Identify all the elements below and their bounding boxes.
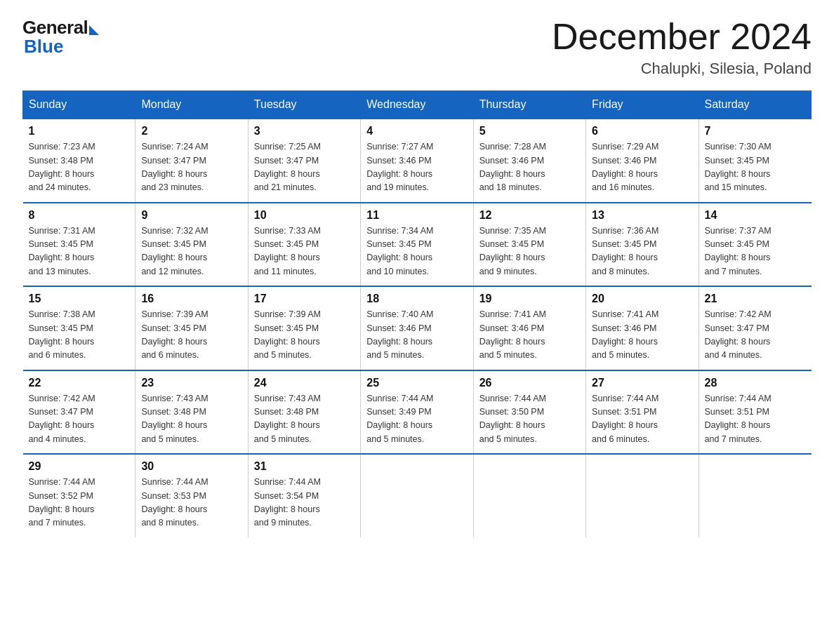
- calendar-week-row: 1Sunrise: 7:23 AMSunset: 3:48 PMDaylight…: [23, 119, 812, 203]
- calendar-day-cell: 29Sunrise: 7:44 AMSunset: 3:52 PMDayligh…: [23, 454, 135, 537]
- calendar-empty-cell: [699, 454, 811, 537]
- day-info: Sunrise: 7:30 AMSunset: 3:45 PMDaylight:…: [705, 140, 806, 195]
- calendar-day-cell: 25Sunrise: 7:44 AMSunset: 3:49 PMDayligh…: [361, 370, 473, 455]
- day-info: Sunrise: 7:25 AMSunset: 3:47 PMDaylight:…: [254, 140, 355, 195]
- day-number: 24: [254, 377, 355, 389]
- calendar-day-cell: 8Sunrise: 7:31 AMSunset: 3:45 PMDaylight…: [23, 203, 135, 287]
- day-info: Sunrise: 7:37 AMSunset: 3:45 PMDaylight:…: [705, 224, 806, 279]
- day-number: 29: [29, 460, 130, 473]
- calendar-empty-cell: [586, 454, 699, 537]
- calendar-week-row: 8Sunrise: 7:31 AMSunset: 3:45 PMDaylight…: [23, 203, 812, 287]
- calendar-empty-cell: [361, 454, 473, 537]
- day-number: 17: [254, 293, 355, 305]
- day-number: 2: [141, 125, 241, 137]
- day-info: Sunrise: 7:42 AMSunset: 3:47 PMDaylight:…: [29, 392, 130, 447]
- day-number: 9: [141, 209, 241, 222]
- day-info: Sunrise: 7:39 AMSunset: 3:45 PMDaylight:…: [254, 308, 355, 363]
- calendar-day-cell: 6Sunrise: 7:29 AMSunset: 3:46 PMDaylight…: [586, 119, 699, 203]
- day-number: 6: [592, 125, 692, 137]
- day-number: 11: [366, 209, 467, 222]
- calendar-day-cell: 28Sunrise: 7:44 AMSunset: 3:51 PMDayligh…: [699, 370, 811, 455]
- day-number: 27: [592, 377, 692, 389]
- calendar-day-cell: 21Sunrise: 7:42 AMSunset: 3:47 PMDayligh…: [699, 286, 811, 370]
- calendar-title: December 2024: [552, 17, 812, 57]
- day-number: 7: [705, 125, 806, 137]
- calendar-day-cell: 2Sunrise: 7:24 AMSunset: 3:47 PMDaylight…: [135, 119, 248, 203]
- weekday-header-saturday: Saturday: [699, 91, 811, 119]
- day-info: Sunrise: 7:32 AMSunset: 3:45 PMDaylight:…: [141, 224, 241, 279]
- day-info: Sunrise: 7:24 AMSunset: 3:47 PMDaylight:…: [141, 140, 241, 195]
- calendar-day-cell: 23Sunrise: 7:43 AMSunset: 3:48 PMDayligh…: [135, 370, 248, 455]
- calendar-day-cell: 10Sunrise: 7:33 AMSunset: 3:45 PMDayligh…: [248, 203, 360, 287]
- calendar-day-cell: 26Sunrise: 7:44 AMSunset: 3:50 PMDayligh…: [473, 370, 585, 455]
- day-number: 23: [141, 377, 241, 389]
- calendar-week-row: 22Sunrise: 7:42 AMSunset: 3:47 PMDayligh…: [23, 370, 812, 455]
- day-number: 28: [705, 377, 806, 389]
- day-info: Sunrise: 7:44 AMSunset: 3:50 PMDaylight:…: [479, 392, 580, 447]
- logo: General Blue: [22, 17, 99, 58]
- day-number: 16: [141, 293, 241, 305]
- day-info: Sunrise: 7:40 AMSunset: 3:46 PMDaylight:…: [366, 308, 467, 363]
- day-info: Sunrise: 7:44 AMSunset: 3:54 PMDaylight:…: [254, 476, 355, 530]
- day-number: 19: [479, 293, 580, 305]
- weekday-header-monday: Monday: [135, 91, 248, 119]
- calendar-day-cell: 3Sunrise: 7:25 AMSunset: 3:47 PMDaylight…: [248, 119, 360, 203]
- weekday-header-row: SundayMondayTuesdayWednesdayThursdayFrid…: [23, 91, 812, 119]
- calendar-day-cell: 7Sunrise: 7:30 AMSunset: 3:45 PMDaylight…: [699, 119, 811, 203]
- day-info: Sunrise: 7:44 AMSunset: 3:51 PMDaylight:…: [705, 392, 806, 447]
- day-number: 22: [29, 377, 130, 389]
- day-number: 1: [29, 125, 130, 137]
- logo-blue-text: Blue: [24, 36, 63, 58]
- calendar-day-cell: 30Sunrise: 7:44 AMSunset: 3:53 PMDayligh…: [135, 454, 248, 537]
- day-number: 25: [366, 377, 467, 389]
- calendar-week-row: 29Sunrise: 7:44 AMSunset: 3:52 PMDayligh…: [23, 454, 812, 537]
- day-info: Sunrise: 7:34 AMSunset: 3:45 PMDaylight:…: [366, 224, 467, 279]
- calendar-day-cell: 1Sunrise: 7:23 AMSunset: 3:48 PMDaylight…: [23, 119, 135, 203]
- day-info: Sunrise: 7:27 AMSunset: 3:46 PMDaylight:…: [366, 140, 467, 195]
- day-info: Sunrise: 7:43 AMSunset: 3:48 PMDaylight:…: [141, 392, 241, 447]
- day-number: 13: [592, 209, 692, 222]
- calendar-day-cell: 13Sunrise: 7:36 AMSunset: 3:45 PMDayligh…: [586, 203, 699, 287]
- logo-arrow-icon: [89, 25, 99, 35]
- calendar-day-cell: 14Sunrise: 7:37 AMSunset: 3:45 PMDayligh…: [699, 203, 811, 287]
- day-info: Sunrise: 7:29 AMSunset: 3:46 PMDaylight:…: [592, 140, 692, 195]
- day-info: Sunrise: 7:28 AMSunset: 3:46 PMDaylight:…: [479, 140, 580, 195]
- day-info: Sunrise: 7:23 AMSunset: 3:48 PMDaylight:…: [29, 140, 130, 195]
- calendar-day-cell: 17Sunrise: 7:39 AMSunset: 3:45 PMDayligh…: [248, 286, 360, 370]
- calendar-day-cell: 9Sunrise: 7:32 AMSunset: 3:45 PMDaylight…: [135, 203, 248, 287]
- calendar-day-cell: 22Sunrise: 7:42 AMSunset: 3:47 PMDayligh…: [23, 370, 135, 455]
- weekday-header-friday: Friday: [586, 91, 699, 119]
- calendar-day-cell: 27Sunrise: 7:44 AMSunset: 3:51 PMDayligh…: [586, 370, 699, 455]
- day-info: Sunrise: 7:31 AMSunset: 3:45 PMDaylight:…: [29, 224, 130, 279]
- day-info: Sunrise: 7:41 AMSunset: 3:46 PMDaylight:…: [479, 308, 580, 363]
- weekday-header-tuesday: Tuesday: [248, 91, 360, 119]
- day-info: Sunrise: 7:39 AMSunset: 3:45 PMDaylight:…: [141, 308, 241, 363]
- day-number: 20: [592, 293, 692, 305]
- day-number: 26: [479, 377, 580, 389]
- weekday-header-sunday: Sunday: [23, 91, 135, 119]
- calendar-day-cell: 20Sunrise: 7:41 AMSunset: 3:46 PMDayligh…: [586, 286, 699, 370]
- page-header: General Blue December 2024 Chalupki, Sil…: [22, 17, 812, 78]
- calendar-day-cell: 18Sunrise: 7:40 AMSunset: 3:46 PMDayligh…: [361, 286, 473, 370]
- day-info: Sunrise: 7:44 AMSunset: 3:51 PMDaylight:…: [592, 392, 692, 447]
- calendar-day-cell: 15Sunrise: 7:38 AMSunset: 3:45 PMDayligh…: [23, 286, 135, 370]
- calendar-day-cell: 16Sunrise: 7:39 AMSunset: 3:45 PMDayligh…: [135, 286, 248, 370]
- day-info: Sunrise: 7:41 AMSunset: 3:46 PMDaylight:…: [592, 308, 692, 363]
- day-info: Sunrise: 7:44 AMSunset: 3:53 PMDaylight:…: [141, 476, 241, 530]
- day-info: Sunrise: 7:44 AMSunset: 3:52 PMDaylight:…: [29, 476, 130, 530]
- day-number: 8: [29, 209, 130, 222]
- day-number: 10: [254, 209, 355, 222]
- calendar-day-cell: 31Sunrise: 7:44 AMSunset: 3:54 PMDayligh…: [248, 454, 360, 537]
- calendar-subtitle: Chalupki, Silesia, Poland: [552, 60, 812, 78]
- day-info: Sunrise: 7:43 AMSunset: 3:48 PMDaylight:…: [254, 392, 355, 447]
- day-number: 15: [29, 293, 130, 305]
- day-number: 30: [141, 460, 241, 473]
- day-info: Sunrise: 7:35 AMSunset: 3:45 PMDaylight:…: [479, 224, 580, 279]
- day-number: 14: [705, 209, 806, 222]
- calendar-day-cell: 19Sunrise: 7:41 AMSunset: 3:46 PMDayligh…: [473, 286, 585, 370]
- title-block: December 2024 Chalupki, Silesia, Poland: [552, 17, 812, 78]
- day-number: 3: [254, 125, 355, 137]
- day-number: 4: [366, 125, 467, 137]
- day-number: 31: [254, 460, 355, 473]
- calendar-day-cell: 24Sunrise: 7:43 AMSunset: 3:48 PMDayligh…: [248, 370, 360, 455]
